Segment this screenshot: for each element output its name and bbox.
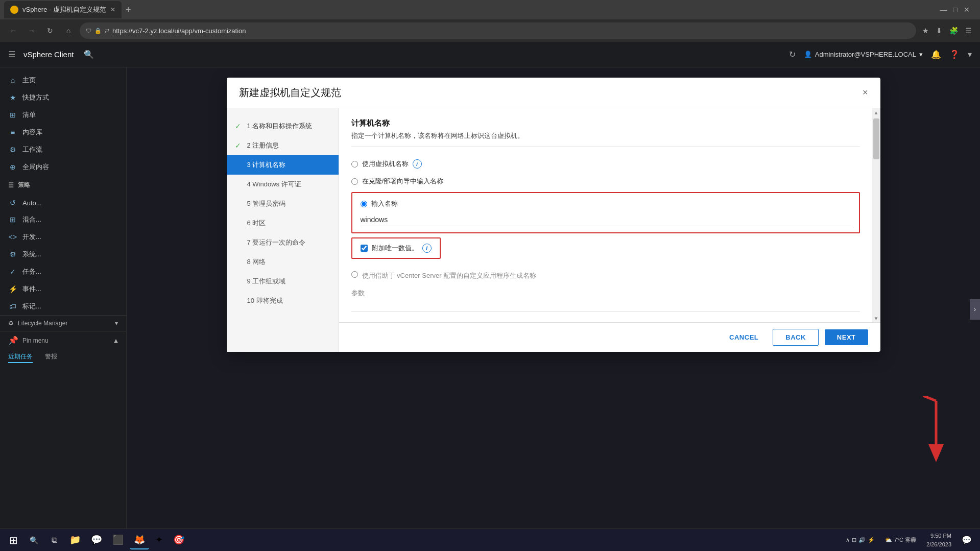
- back-button[interactable]: ←: [6, 23, 20, 38]
- sidebar-label-workflow: 工作流: [22, 145, 42, 154]
- weather-widget[interactable]: ⛅ 7°C 雾霾: [881, 536, 921, 544]
- sidebar: ⌂ 主页 ★ 快捷方式 ⊞ 清单 ≡ 内容库 ⚙ 工作流 ⊕ 全局内容: [0, 67, 127, 551]
- scroll-track[interactable]: [872, 116, 880, 314]
- menu-button[interactable]: ☰: [963, 25, 974, 37]
- recent-tasks-tab[interactable]: 近期任务: [8, 352, 33, 363]
- new-tab-button[interactable]: +: [122, 5, 135, 15]
- main-content-area: › 新建虚拟机自定义规范 × ✓: [127, 67, 980, 551]
- back-button[interactable]: BACK: [773, 329, 819, 346]
- alerts-tab[interactable]: 警报: [45, 352, 57, 363]
- sidebar-label-shortcuts: 快捷方式: [22, 93, 49, 102]
- wizard-step-6[interactable]: 6 时区: [227, 213, 339, 233]
- policy-icon: ☰: [8, 182, 14, 189]
- tab-close-button[interactable]: ✕: [110, 6, 115, 13]
- wizard-step-5[interactable]: 5 管理员密码: [227, 194, 339, 213]
- taskbar-search-button[interactable]: 🔍: [25, 531, 43, 549]
- scroll-up-arrow[interactable]: ▲: [872, 108, 880, 116]
- bookmark-button[interactable]: ★: [920, 25, 931, 37]
- browser-action-buttons: ★ ⬇ 🧩 ☰: [920, 25, 974, 37]
- start-button[interactable]: ⊞: [4, 531, 22, 549]
- tray-expand-icon[interactable]: ∧: [846, 537, 850, 543]
- sidebar-item-auto[interactable]: ↺ Auto...: [0, 195, 126, 211]
- notification-center-button[interactable]: 💬: [958, 531, 976, 549]
- user-menu[interactable]: 👤 Administrator@VSPHERE.LOCAL ▾: [804, 51, 923, 58]
- pin-menu-area[interactable]: 📌 Pin menu ▴: [0, 331, 126, 349]
- sidebar-label-contentlib: 内容库: [22, 128, 42, 137]
- taskbar-terminal[interactable]: ⬛: [108, 531, 128, 549]
- browser-tab-active[interactable]: vSphere - 虚拟机自定义规范 ✕: [4, 1, 122, 18]
- wizard-steps-panel: ✓ 1 名称和目标操作系统 ✓ 2 注册信息 3 计算机名称: [227, 108, 339, 352]
- sidebar-item-shortcuts[interactable]: ★ 快捷方式: [0, 89, 126, 106]
- param-section: 参数: [351, 289, 860, 312]
- sidebar-item-inventory[interactable]: ⊞ 清单: [0, 106, 126, 124]
- option-row-1: 使用虚拟机名称 i: [351, 155, 860, 173]
- address-bar[interactable]: 🛡 🔒 ⇄ https://vc7-2.yz.local/ui/app/vm-c…: [80, 22, 916, 39]
- wizard-step-1[interactable]: ✓ 1 名称和目标操作系统: [227, 116, 339, 136]
- taskbar-firefox[interactable]: 🦊: [130, 531, 149, 549]
- window-close[interactable]: ✕: [964, 6, 970, 14]
- explorer-icon: 📁: [69, 534, 81, 545]
- wizard-step-8[interactable]: 8 网络: [227, 252, 339, 272]
- sidebar-label-inventory: 清单: [22, 110, 36, 119]
- sidebar-item-hybrid[interactable]: ⊞ 混合...: [0, 211, 126, 228]
- sidebar-item-tags[interactable]: 🏷 标记...: [0, 298, 126, 315]
- sidebar-item-dev[interactable]: <> 开发...: [0, 228, 126, 246]
- network-icon[interactable]: ⊟: [852, 537, 856, 543]
- radio-enter-in-wizard[interactable]: [351, 178, 358, 185]
- next-button[interactable]: NEXT: [825, 329, 868, 345]
- wizard-step-3[interactable]: 3 计算机名称: [227, 155, 339, 175]
- wizard-step-4[interactable]: 4 Windows 许可证: [227, 175, 339, 194]
- extensions-button[interactable]: 🧩: [947, 25, 960, 37]
- scroll-thumb[interactable]: [873, 118, 879, 159]
- radio-enter-name[interactable]: [361, 201, 367, 207]
- dialog-close-button[interactable]: ×: [863, 87, 868, 98]
- downloads-button[interactable]: ⬇: [934, 25, 944, 37]
- notification-icon[interactable]: 🔔: [931, 50, 941, 59]
- taskbar-app-3[interactable]: 🎯: [169, 531, 188, 549]
- user-icon: 👤: [804, 51, 812, 58]
- sidebar-item-workflow[interactable]: ⚙ 工作流: [0, 141, 126, 158]
- step-label-5: 5 管理员密码: [247, 199, 286, 208]
- wizard-step-9[interactable]: 9 工作组或域: [227, 272, 339, 291]
- sidebar-item-events[interactable]: ⚡ 事件...: [0, 280, 126, 298]
- help-icon[interactable]: ❓: [949, 50, 960, 59]
- content-scrollbar[interactable]: ▲ ▼: [872, 108, 880, 322]
- task-view-button[interactable]: ⧉: [45, 531, 63, 549]
- scroll-down-arrow[interactable]: ▼: [872, 314, 880, 322]
- wizard-step-7[interactable]: 7 要运行一次的命令: [227, 233, 339, 252]
- help-chevron-icon[interactable]: ▾: [968, 50, 972, 59]
- wizard-step-10[interactable]: 10 即将完成: [227, 291, 339, 310]
- sidebar-item-tasks[interactable]: ✓ 任务...: [0, 263, 126, 280]
- forward-button[interactable]: →: [25, 23, 39, 38]
- radio-use-vm-name[interactable]: [351, 161, 358, 167]
- events-icon: ⚡: [8, 285, 17, 293]
- computer-name-input[interactable]: [361, 213, 851, 226]
- clock-widget[interactable]: 9:50 PM 2/26/2023: [922, 532, 955, 548]
- sidebar-section-policy[interactable]: ☰ 策略: [0, 176, 126, 195]
- hamburger-menu-icon[interactable]: ☰: [8, 50, 15, 59]
- sidebar-item-contentlib[interactable]: ≡ 内容库: [0, 124, 126, 141]
- window-minimize[interactable]: —: [940, 6, 947, 14]
- unique-value-checkbox[interactable]: [361, 245, 368, 252]
- lifecycle-label: Lifecycle Manager: [18, 320, 67, 327]
- radio-vcenter-app[interactable]: [351, 271, 358, 278]
- panel-expand-button[interactable]: ›: [970, 299, 980, 320]
- cancel-button[interactable]: CANCEL: [721, 329, 767, 345]
- refresh-icon[interactable]: ↻: [789, 50, 796, 59]
- volume-icon[interactable]: 🔊: [858, 537, 866, 543]
- global-icon: ⊕: [8, 163, 17, 171]
- sidebar-item-sys[interactable]: ⚙ 系统...: [0, 246, 126, 263]
- wizard-step-2[interactable]: ✓ 2 注册信息: [227, 136, 339, 155]
- lifecycle-manager[interactable]: ♻ Lifecycle Manager ▾: [0, 315, 126, 331]
- refresh-button[interactable]: ↻: [43, 23, 57, 38]
- home-button[interactable]: ⌂: [61, 23, 76, 38]
- sidebar-item-global[interactable]: ⊕ 全局内容: [0, 158, 126, 176]
- browser-tab-bar: vSphere - 虚拟机自定义规范 ✕ + — □ ✕: [0, 0, 980, 19]
- option-label-3: 输入名称: [371, 199, 398, 208]
- search-icon[interactable]: 🔍: [84, 50, 94, 59]
- taskbar-mail[interactable]: 💬: [87, 531, 106, 549]
- taskbar-app-2[interactable]: ✦: [151, 531, 167, 549]
- sidebar-item-home[interactable]: ⌂ 主页: [0, 71, 126, 89]
- window-maximize[interactable]: □: [953, 6, 958, 14]
- taskbar-explorer[interactable]: 📁: [65, 531, 85, 549]
